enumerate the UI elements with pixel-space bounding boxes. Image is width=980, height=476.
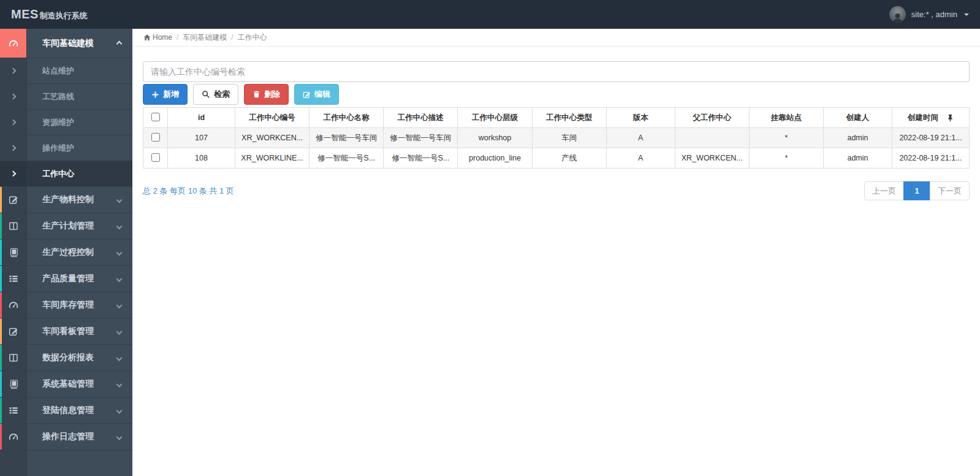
accent-strip bbox=[0, 292, 2, 318]
list-icon bbox=[0, 398, 27, 423]
col-header-name[interactable]: 工作中心名称 bbox=[310, 108, 384, 128]
user-avatar bbox=[889, 6, 906, 23]
breadcrumb: Home / 车间基础建模 / 工作中心 bbox=[132, 29, 980, 47]
cell-station: * bbox=[749, 148, 823, 168]
col-header-description[interactable]: 工作中心描述 bbox=[384, 108, 458, 128]
sidebar-subitem-station[interactable]: 站点维护 bbox=[0, 58, 132, 84]
sidebar-nav: 车间基础建模 站点维护 工艺路线 资源维护 操作维护 工作中心 生产 bbox=[0, 29, 132, 476]
accent-strip bbox=[0, 240, 2, 265]
edit-button-label: 编辑 bbox=[314, 89, 330, 100]
chevron-right-icon bbox=[0, 161, 27, 186]
cell-type: 产线 bbox=[532, 148, 606, 168]
sidebar-submenu: 站点维护 工艺路线 资源维护 操作维护 工作中心 bbox=[0, 58, 132, 187]
accent-strip bbox=[0, 424, 2, 450]
work-center-table: id 工作中心编号 工作中心名称 工作中心描述 工作中心层级 工作中心类型 版本… bbox=[143, 107, 970, 168]
user-label: site:* , admin bbox=[911, 10, 957, 19]
col-header-station[interactable]: 挂靠站点 bbox=[749, 108, 823, 128]
chevron-right-icon bbox=[0, 110, 27, 135]
gauge-icon bbox=[0, 424, 27, 450]
prev-page-button[interactable]: 上一页 bbox=[864, 181, 904, 200]
user-menu[interactable]: site:* , admin bbox=[889, 6, 969, 23]
pin-icon[interactable] bbox=[947, 114, 954, 122]
next-page-button[interactable]: 下一页 bbox=[930, 181, 970, 200]
brand-mes: MES bbox=[11, 7, 39, 21]
row-checkbox[interactable] bbox=[151, 153, 160, 162]
chevron-right-icon bbox=[0, 135, 27, 161]
cell-id: 107 bbox=[168, 128, 235, 148]
sidebar-item-quality-management[interactable]: 产品质量管理 bbox=[0, 266, 132, 292]
select-all-checkbox[interactable] bbox=[151, 113, 160, 121]
sidebar-item-material-control[interactable]: 生产物料控制 bbox=[0, 187, 132, 213]
col-header-version[interactable]: 版本 bbox=[606, 108, 675, 128]
sidebar-item-inventory-management[interactable]: 车间库存管理 bbox=[0, 292, 132, 319]
toolbar: 新增 检索 删除 编辑 bbox=[143, 84, 970, 105]
cell-level: workshop bbox=[458, 128, 532, 148]
sidebar-item-data-analysis[interactable]: 数据分析报表 bbox=[0, 345, 132, 371]
col-header-id[interactable]: id bbox=[168, 108, 235, 128]
search-icon bbox=[202, 90, 210, 99]
current-page-button[interactable]: 1 bbox=[903, 181, 930, 200]
accent-strip bbox=[0, 398, 2, 423]
cell-parent bbox=[675, 128, 749, 148]
sidebar-item-plan-management[interactable]: 生产计划管理 bbox=[0, 213, 132, 240]
col-header-create-time[interactable]: 创建时间 bbox=[892, 108, 970, 128]
cell-parent: XR_WORKCEN... bbox=[675, 148, 749, 168]
pagination-controls: 上一页 1 下一页 bbox=[864, 181, 970, 200]
cell-create-time: 2022-08-19 21:1... bbox=[892, 148, 970, 168]
accent-strip bbox=[0, 187, 2, 213]
content-panel: 新增 检索 删除 编辑 id 工作中心 bbox=[132, 47, 980, 200]
columns-icon bbox=[0, 345, 27, 371]
row-checkbox[interactable] bbox=[151, 133, 160, 142]
table-row[interactable]: 108 XR_WORKLINE... 修一智能一号S... 修一智能一号S...… bbox=[143, 148, 970, 168]
breadcrumb-home[interactable]: Home bbox=[143, 33, 172, 42]
book-icon bbox=[0, 371, 27, 397]
cell-creator: admin bbox=[824, 128, 892, 148]
search-button-label: 检索 bbox=[214, 89, 230, 100]
home-icon bbox=[143, 34, 151, 41]
breadcrumb-item[interactable]: 车间基础建模 bbox=[183, 32, 227, 43]
table-row[interactable]: 107 XR_WORKCEN... 修一智能一号车间 修一智能一号车间 work… bbox=[143, 128, 970, 148]
sidebar-item-workshop-modeling[interactable]: 车间基础建模 bbox=[0, 29, 132, 58]
edit-icon bbox=[303, 91, 311, 99]
cell-creator: admin bbox=[824, 148, 892, 168]
add-button[interactable]: 新增 bbox=[143, 84, 188, 105]
sidebar-item-login-info[interactable]: 登陆信息管理 bbox=[0, 398, 132, 424]
delete-button[interactable]: 删除 bbox=[244, 84, 289, 105]
cell-description: 修一智能一号车间 bbox=[384, 128, 458, 148]
book-icon bbox=[0, 240, 27, 265]
main-content: Home / 车间基础建模 / 工作中心 新增 检索 删除 编辑 bbox=[132, 29, 980, 476]
accent-strip bbox=[0, 213, 2, 239]
breadcrumb-item-current: 工作中心 bbox=[238, 32, 267, 43]
row-select-cell bbox=[143, 128, 168, 148]
sidebar-subitem-process-route[interactable]: 工艺路线 bbox=[0, 84, 132, 110]
sidebar-subitem-label: 工作中心 bbox=[27, 161, 132, 186]
col-header-code[interactable]: 工作中心编号 bbox=[235, 108, 310, 128]
col-header-level[interactable]: 工作中心层级 bbox=[458, 108, 532, 128]
col-header-type[interactable]: 工作中心类型 bbox=[532, 108, 606, 128]
sidebar-filler bbox=[0, 450, 132, 476]
edit-square-icon bbox=[0, 187, 27, 213]
trash-icon bbox=[253, 90, 260, 99]
cell-type: 车间 bbox=[532, 128, 606, 148]
sidebar-item-process-control[interactable]: 生产过程控制 bbox=[0, 240, 132, 266]
search-button[interactable]: 检索 bbox=[193, 84, 238, 105]
search-input[interactable] bbox=[143, 61, 970, 82]
cell-code: XR_WORKLINE... bbox=[235, 148, 310, 168]
pagination-summary[interactable]: 总 2 条 每页 10 条 共 1 页 bbox=[143, 186, 234, 197]
col-header-creator[interactable]: 创建人 bbox=[824, 108, 892, 128]
add-button-label: 新增 bbox=[163, 89, 179, 100]
col-header-parent[interactable]: 父工作中心 bbox=[675, 108, 749, 128]
chevron-right-icon bbox=[0, 58, 27, 83]
sidebar-subitem-resource[interactable]: 资源维护 bbox=[0, 110, 132, 135]
sidebar-item-kanban-management[interactable]: 车间看板管理 bbox=[0, 319, 132, 345]
sidebar-item-operation-log[interactable]: 操作日志管理 bbox=[0, 424, 132, 450]
sidebar-subitem-operation[interactable]: 操作维护 bbox=[0, 135, 132, 161]
chevron-right-icon bbox=[0, 84, 27, 109]
sidebar-item-system-management[interactable]: 系统基础管理 bbox=[0, 371, 132, 398]
sidebar-subitem-work-center[interactable]: 工作中心 bbox=[0, 161, 132, 187]
edit-button[interactable]: 编辑 bbox=[294, 84, 339, 105]
cell-station: * bbox=[749, 128, 823, 148]
gauge-icon bbox=[0, 29, 27, 58]
select-all-cell bbox=[143, 108, 168, 128]
col-header-create-time-label: 创建时间 bbox=[908, 113, 938, 123]
